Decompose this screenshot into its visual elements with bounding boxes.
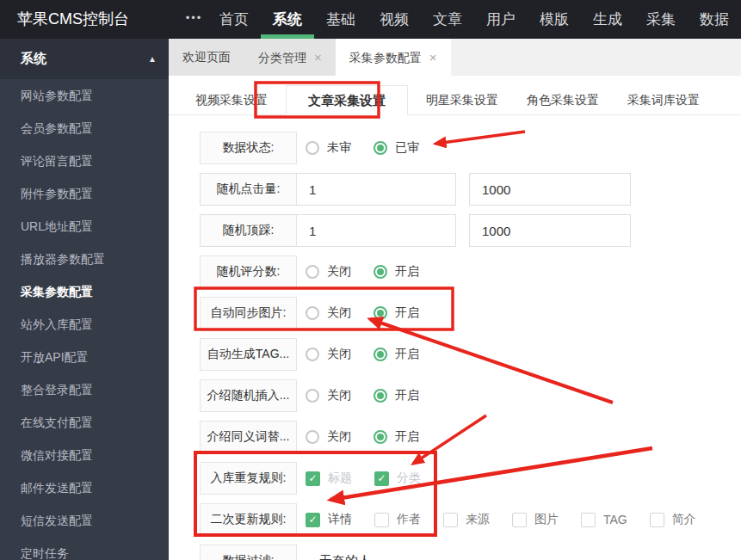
checkbox-option[interactable]: ✓分类	[374, 471, 421, 486]
subtab-3[interactable]: 明星采集设置	[416, 86, 509, 114]
checkbox-checked[interactable]: ✓	[374, 471, 389, 486]
field-label: 二次更新规则:	[200, 503, 297, 536]
radio-option[interactable]: 开启	[374, 388, 419, 403]
checkbox-option[interactable]: 简介	[650, 512, 696, 527]
checkbox-label: 分类	[397, 471, 421, 486]
min-value-input[interactable]	[297, 215, 455, 246]
sidebar-group-header[interactable]: 系统 ▲	[0, 39, 169, 79]
max-value-input[interactable]	[470, 174, 630, 205]
checkbox-checked[interactable]: ✓	[306, 513, 320, 527]
sidebar-item-10[interactable]: 整合登录配置	[0, 373, 169, 406]
form-row-10: 二次更新规则:✓详情作者来源图片TAG简介	[200, 503, 741, 536]
subtab-4[interactable]: 角色采集设置	[516, 86, 609, 114]
more-menu-icon[interactable]: •••	[181, 0, 207, 39]
nav-item-6[interactable]: 用户	[474, 0, 528, 39]
settings-form: 数据状态:未审已审随机点击量:随机顶踩:随机评分数:关闭开启自动同步图片:关闭开…	[169, 115, 741, 560]
sidebar-item-2[interactable]: 会员参数配置	[0, 112, 169, 145]
sidebar-item-14[interactable]: 短信发送配置	[0, 504, 169, 537]
field-label: 数据过滤:	[200, 545, 297, 560]
radio-option[interactable]: 关闭	[306, 388, 351, 403]
sidebar-item-5[interactable]: URL地址配置	[0, 210, 169, 243]
radio-option[interactable]: 开启	[374, 347, 419, 362]
nav-item-5[interactable]: 文章	[421, 0, 474, 39]
tab-bar: 欢迎页面分类管理×采集参数配置×	[169, 39, 741, 76]
radio-option[interactable]: 关闭	[306, 264, 351, 280]
input-group: 随机点击量:	[200, 173, 456, 206]
radio-checked[interactable]	[374, 430, 387, 444]
field-label: 介绍随机插入...	[200, 379, 297, 412]
sidebar-item-3[interactable]: 评论留言配置	[0, 145, 169, 177]
input-group-2	[469, 173, 631, 206]
radio-unchecked[interactable]	[306, 389, 319, 403]
radio-checked[interactable]	[374, 306, 387, 320]
sidebar-item-4[interactable]: 附件参数配置	[0, 177, 169, 210]
radio-checked[interactable]	[374, 265, 387, 279]
radio-option[interactable]: 已审	[374, 140, 419, 156]
subtab-5[interactable]: 采集词库设置	[617, 86, 710, 114]
radio-label: 已审	[395, 140, 419, 156]
radio-unchecked[interactable]	[306, 306, 319, 320]
min-value-input[interactable]	[297, 174, 455, 205]
nav-item-10[interactable]: 数据	[688, 0, 741, 39]
checkbox-unchecked[interactable]	[512, 513, 527, 527]
radio-option[interactable]: 未审	[306, 140, 351, 156]
radio-unchecked[interactable]	[306, 430, 319, 444]
nav-item-7[interactable]: 模版	[528, 0, 581, 39]
radio-label: 未审	[327, 140, 351, 156]
checkbox-label: 作者	[397, 512, 421, 527]
subtab-1[interactable]: 视频采集设置	[185, 86, 278, 114]
sidebar-item-11[interactable]: 在线支付配置	[0, 406, 169, 439]
checkbox-unchecked[interactable]	[443, 513, 458, 527]
form-row-9: 入库重复规则:✓标题✓分类	[200, 462, 741, 495]
sidebar-menu: 网站参数配置会员参数配置评论留言配置附件参数配置URL地址配置播放器参数配置采集…	[0, 79, 169, 560]
radio-checked[interactable]	[374, 389, 387, 403]
checkbox-label: 详情	[328, 512, 352, 527]
radio-option[interactable]: 开启	[374, 429, 419, 445]
sidebar-item-13[interactable]: 邮件发送配置	[0, 471, 169, 504]
radio-option[interactable]: 关闭	[306, 305, 351, 321]
close-icon[interactable]: ×	[429, 50, 437, 65]
nav-item-4[interactable]: 视频	[367, 0, 421, 39]
sidebar-item-7[interactable]: 采集参数配置	[0, 275, 169, 308]
field-label: 自动同步图片:	[200, 297, 297, 329]
max-value-input[interactable]	[470, 215, 630, 246]
checkbox-unchecked[interactable]	[374, 513, 389, 527]
tab-1[interactable]: 欢迎页面	[169, 39, 244, 76]
nav-item-8[interactable]: 生成	[581, 0, 634, 39]
checkbox-unchecked[interactable]	[581, 513, 596, 527]
field-controls: 未审已审	[306, 140, 442, 156]
nav-item-3[interactable]: 基础	[314, 0, 367, 39]
radio-option[interactable]: 开启	[374, 264, 419, 280]
sidebar-item-15[interactable]: 定时任务	[0, 537, 169, 560]
radio-checked[interactable]	[374, 348, 387, 361]
sidebar-item-9[interactable]: 开放API配置	[0, 341, 169, 373]
checkbox-option[interactable]: ✓详情	[306, 512, 352, 527]
radio-unchecked[interactable]	[306, 265, 319, 279]
tab-2[interactable]: 分类管理×	[244, 39, 336, 76]
form-row-2: 随机点击量:	[200, 173, 741, 206]
checkbox-checked[interactable]: ✓	[306, 471, 320, 486]
tab-3[interactable]: 采集参数配置×	[336, 39, 451, 76]
subtab-2[interactable]: 文章采集设置	[286, 85, 408, 115]
nav-item-1[interactable]: 首页	[207, 0, 261, 39]
checkbox-unchecked[interactable]	[650, 513, 664, 527]
radio-option[interactable]: 关闭	[306, 347, 351, 362]
field-label: 入库重复规则:	[200, 462, 297, 495]
close-icon[interactable]: ×	[314, 50, 322, 65]
checkbox-option[interactable]: TAG	[581, 513, 627, 527]
radio-option[interactable]: 关闭	[306, 429, 351, 445]
radio-unchecked[interactable]	[306, 141, 319, 155]
sidebar-item-8[interactable]: 站外入库配置	[0, 308, 169, 341]
nav-item-9[interactable]: 采集	[634, 0, 688, 39]
sidebar-item-1[interactable]: 网站参数配置	[0, 79, 169, 112]
radio-option[interactable]: 开启	[374, 305, 419, 321]
checkbox-option[interactable]: 来源	[443, 512, 490, 527]
radio-unchecked[interactable]	[306, 348, 319, 361]
sidebar-item-12[interactable]: 微信对接配置	[0, 439, 169, 471]
radio-checked[interactable]	[374, 141, 387, 155]
sidebar-item-6[interactable]: 播放器参数配置	[0, 243, 169, 275]
nav-item-2[interactable]: 系统	[261, 0, 314, 39]
checkbox-option[interactable]: 作者	[374, 512, 421, 527]
checkbox-option[interactable]: 图片	[512, 512, 559, 527]
checkbox-option[interactable]: ✓标题	[306, 471, 352, 486]
